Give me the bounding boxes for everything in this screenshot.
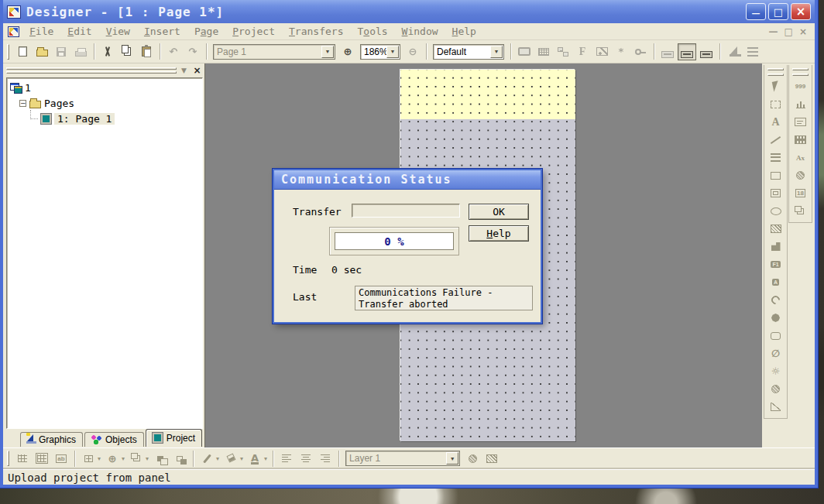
text-tool-button[interactable]: A xyxy=(765,113,786,131)
panel-dropdown-icon[interactable]: ▼ xyxy=(178,66,190,76)
undo-button[interactable]: ↶ xyxy=(164,43,183,60)
save-button[interactable] xyxy=(52,43,70,60)
bar-graph-display-button[interactable] xyxy=(790,95,811,113)
select-tool-button[interactable] xyxy=(765,77,786,95)
new-button[interactable] xyxy=(13,43,32,60)
ellipse-tool-button[interactable] xyxy=(765,202,786,220)
menu-insert[interactable]: Insert xyxy=(137,24,187,39)
ok-button[interactable]: OK xyxy=(469,204,529,220)
minimize-button[interactable]: — xyxy=(746,3,766,20)
layer-select-combo[interactable]: Layer 1▼ xyxy=(345,451,460,466)
send-to-back-button[interactable] xyxy=(170,450,189,467)
menu-page[interactable]: Page xyxy=(187,24,225,39)
close-button[interactable]: × xyxy=(791,3,811,20)
rounded-rect-tool-button[interactable] xyxy=(765,327,786,345)
group-objects-dropdown-icon[interactable]: ▾ xyxy=(146,455,149,462)
polyline-tool-button[interactable] xyxy=(765,149,786,166)
show-labels-button[interactable]: ab xyxy=(52,450,70,467)
print-button[interactable] xyxy=(71,43,90,60)
frame-tool-button[interactable] xyxy=(765,184,786,202)
bring-to-front-button[interactable] xyxy=(151,450,170,467)
polygon-tool-button[interactable] xyxy=(765,238,786,255)
tree-item-project[interactable]: 1 xyxy=(10,82,199,94)
zoom-level-combo[interactable]: 186%▼ xyxy=(360,44,400,60)
style-select-dropdown-icon[interactable]: ▼ xyxy=(490,46,503,58)
text-display-button[interactable]: Ax xyxy=(790,149,811,166)
tab-objects[interactable]: Objects xyxy=(84,432,144,447)
text-color-button[interactable]: A xyxy=(245,450,264,467)
toolbar-gripper[interactable] xyxy=(767,74,784,76)
menu-help[interactable]: Help xyxy=(445,24,483,39)
line-color-button[interactable] xyxy=(197,450,216,467)
tab-project[interactable]: Project xyxy=(146,429,202,447)
download-to-panel-button[interactable] xyxy=(658,43,677,60)
mdi-close-icon[interactable]: × xyxy=(799,26,807,37)
align-text-right-button[interactable] xyxy=(316,450,335,467)
panel-header[interactable]: ▼ × xyxy=(6,65,203,77)
group-objects-button[interactable] xyxy=(127,450,146,467)
snap-to-grid-button[interactable] xyxy=(33,450,51,467)
fill-color-dropdown-icon[interactable]: ▾ xyxy=(240,455,243,462)
toolbar-gripper[interactable] xyxy=(792,74,809,76)
layer-select-dropdown-icon[interactable]: ▼ xyxy=(446,452,458,465)
menu-tools[interactable]: Tools xyxy=(350,24,394,39)
layer-fill-button[interactable] xyxy=(482,450,501,467)
panel-gripper[interactable] xyxy=(6,67,177,74)
object-library-button[interactable] xyxy=(743,43,762,60)
layer-visibility-button[interactable] xyxy=(463,450,482,467)
align-objects-button[interactable] xyxy=(79,450,98,467)
arc-tool-button[interactable] xyxy=(765,291,786,309)
graphics-library-button[interactable] xyxy=(724,43,743,60)
verify-panel-button[interactable] xyxy=(697,43,716,60)
line-tool-button[interactable] xyxy=(765,131,786,149)
line-color-dropdown-icon[interactable]: ▾ xyxy=(216,455,219,462)
fonts-button[interactable]: F xyxy=(573,43,592,60)
bitmaps-button[interactable] xyxy=(592,43,611,60)
trend-tool-button[interactable] xyxy=(765,398,786,416)
zoom-level-dropdown-icon[interactable]: ▼ xyxy=(386,46,399,58)
fill-color-button[interactable] xyxy=(221,450,240,467)
toolbar-gripper[interactable] xyxy=(767,68,784,70)
mdi-minimize-icon[interactable]: — xyxy=(769,26,778,37)
align-text-left-button[interactable] xyxy=(277,450,296,467)
center-objects-dropdown-icon[interactable]: ▾ xyxy=(122,455,125,462)
function-key-tool-button[interactable]: F1 xyxy=(765,255,786,273)
sphere-tool-button[interactable] xyxy=(765,380,786,398)
page-select-dropdown-icon[interactable]: ▼ xyxy=(321,46,334,58)
mdi-restore-icon[interactable]: □ xyxy=(785,26,793,37)
dialog-titlebar[interactable]: Communication Status xyxy=(274,170,541,190)
tree-item-page1[interactable]: 1: Page 1 xyxy=(10,113,199,125)
panel-close-icon[interactable]: × xyxy=(191,66,203,76)
open-button[interactable] xyxy=(33,43,51,60)
cut-button[interactable] xyxy=(98,43,117,60)
security-key-button[interactable] xyxy=(631,43,650,60)
time-display-button[interactable]: 18 xyxy=(790,184,811,202)
message-display-button[interactable] xyxy=(790,113,811,131)
no-fill-tool-button[interactable]: ∅ xyxy=(765,345,786,362)
panel-setup-button[interactable] xyxy=(515,43,534,60)
page-select-combo[interactable]: Page 1▼ xyxy=(213,44,335,60)
menu-transfers[interactable]: Transfers xyxy=(282,24,350,39)
tree-item-pages[interactable]: − Pages xyxy=(10,98,199,109)
rectangle-tool-button[interactable] xyxy=(765,166,786,184)
align-text-center-button[interactable] xyxy=(297,450,315,467)
center-objects-button[interactable]: ⊕ xyxy=(103,450,122,467)
filled-polygon-tool-button[interactable] xyxy=(765,309,786,327)
paste-button[interactable] xyxy=(137,43,156,60)
star-tool-button[interactable]: ☼ xyxy=(765,362,786,380)
window-titlebar[interactable]: Designer - [1 : Page 1*] —□× xyxy=(3,0,815,23)
maximize-button[interactable]: □ xyxy=(768,3,788,20)
text-color-dropdown-icon[interactable]: ▾ xyxy=(264,455,267,462)
copy-button[interactable] xyxy=(118,43,136,60)
menu-window[interactable]: Window xyxy=(395,24,445,39)
numeric-display-button[interactable]: 999 xyxy=(790,77,811,95)
toolbar-gripper[interactable] xyxy=(7,451,9,466)
help-button[interactable]: Help xyxy=(469,225,529,242)
menu-edit[interactable]: Edit xyxy=(60,24,98,39)
wizard-button[interactable]: * xyxy=(612,43,630,60)
meter-display-button[interactable] xyxy=(790,166,811,184)
menu-project[interactable]: Project xyxy=(225,24,282,39)
bitmap-tool-button[interactable] xyxy=(765,220,786,238)
text-button-tool-button[interactable]: A xyxy=(765,273,786,291)
zoom-out-button[interactable]: ⊖ xyxy=(403,43,422,60)
